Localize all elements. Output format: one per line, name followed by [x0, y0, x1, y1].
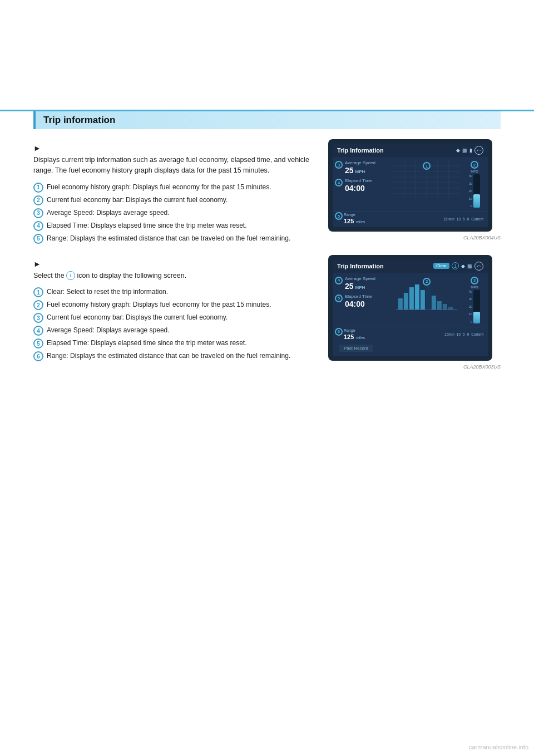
block2-item-2: 2 Fuel economy history graph: Displays f…: [33, 300, 317, 310]
screen2-mpg-area: 3 MPG 40 30 20 10 0: [466, 276, 483, 323]
screen2-range-label: Range: [344, 328, 365, 332]
screen1-topbar: Trip Information ◆ ▩ ▮ ⤺: [333, 144, 488, 157]
past-record-button[interactable]: Past Record: [339, 345, 373, 352]
screen1-range-value: 125: [344, 218, 354, 224]
svg-rect-17: [426, 282, 431, 310]
block1-intro: Displays current trip information such a…: [33, 155, 317, 176]
svg-rect-19: [437, 301, 442, 310]
screen2-avgspeed-value: 25 MPH: [345, 282, 388, 291]
block2-item6-text: Range: Displays the estimated distance t…: [47, 351, 290, 361]
screen2-badge6: 6: [335, 328, 343, 336]
screen1-bottom: 5 Range 125 miles 15 min 10 5 0: [333, 211, 488, 227]
screen2-range-area: 6 Range 125 miles: [337, 328, 365, 341]
s2-time-0: 0: [467, 332, 469, 336]
screen2-mpg-10: 10: [469, 312, 473, 316]
screen1-mpg-bar-fill: [473, 194, 480, 208]
block1-item-4: 4 Elapsed Time: Displays elapsed time si…: [33, 220, 317, 231]
screen1-badge4: 4: [335, 179, 343, 186]
block1-item4-text: Elapsed Time: Displays elapsed time sinc…: [47, 220, 246, 230]
screen2-range-unit: miles: [356, 336, 365, 340]
block1-item2-text: Current fuel economy bar: Displays the c…: [47, 195, 228, 205]
block2-item1-text: Clear: Select to reset the trip informat…: [47, 287, 168, 297]
back-button[interactable]: ⤺: [474, 146, 483, 155]
screen2-chart-container: 2: [391, 276, 462, 323]
screen2-bottom: 6 Range 125 miles 15min 10 5: [333, 327, 488, 343]
back-button-2[interactable]: ⤺: [474, 262, 483, 271]
screen2-topbar-right: Clear 1 ◆ ▩ ⤺: [433, 262, 483, 271]
screen1-avgspeed-label: Average Speed: [345, 160, 388, 165]
screen1-inner: Trip Information ◆ ▩ ▮ ⤺ 3: [333, 144, 488, 227]
screen2-mpg-40: 40: [469, 290, 473, 293]
svg-rect-15: [415, 284, 419, 310]
screen2-body: 4 Average Speed 25 MPH: [333, 273, 488, 327]
clear-button[interactable]: Clear: [433, 263, 449, 269]
screen1-mpg-tick-30: 30: [469, 182, 473, 185]
screen2-badge3: 3: [471, 277, 478, 284]
main-content: ► Displays current trip information such…: [0, 129, 534, 370]
screen1-body: 3 Average Speed 25 MPH: [333, 157, 488, 211]
block1-item-1: 1 Fuel economy history graph: Displays f…: [33, 182, 317, 193]
screen2-elapsed-label: Elapsed Time: [345, 294, 388, 299]
screen1-elapsed-value: 04:00: [345, 184, 388, 193]
time-0: 0: [467, 217, 469, 221]
block1-circle-4: 4: [33, 221, 43, 231]
time-5: 5: [463, 217, 465, 221]
block2-item4-text: Average Speed: Displays average speed.: [47, 325, 170, 335]
block2-left: ► Select the i icon to display the follo…: [33, 255, 317, 370]
screen2-title: Trip Information: [337, 263, 384, 269]
screen2-mpg-label: MPG: [471, 286, 478, 289]
block2-circle-2: 2: [33, 300, 43, 310]
block2-circle-6: 6: [33, 351, 43, 361]
screen1-badge5: 5: [335, 212, 343, 220]
s2-time-10: 10: [457, 332, 461, 336]
time-current: Current: [471, 217, 483, 221]
block1-item5-text: Range: Displays the estimated distance t…: [47, 233, 290, 243]
bluetooth-icon: ◆: [456, 148, 460, 153]
footer-watermark: carmanualsonline.info: [469, 744, 528, 750]
screen2-inner: Trip Information Clear 1 ◆ ▩ ⤺: [333, 259, 488, 356]
screen2-topbar: Trip Information Clear 1 ◆ ▩ ⤺: [333, 259, 488, 273]
block2-item2-text: Fuel economy history graph: Displays fue…: [47, 300, 271, 310]
screen1-mpg-tick-40: 40: [469, 174, 473, 178]
screen1-elapsed-label: Elapsed Time: [345, 178, 388, 183]
screen1-badge2: 2: [471, 161, 478, 169]
screen2-mpg-bar-fill: [473, 312, 480, 323]
screen2-badge4: 4: [335, 277, 343, 284]
block2-item3-text: Current fuel economy bar: Displays the c…: [47, 312, 228, 322]
screen1-range-area: 5 Range 125 miles: [337, 213, 365, 225]
block2-intro: Select the i icon to display the followi…: [33, 271, 317, 281]
top-area: [0, 0, 534, 111]
block2-item-4: 4 Average Speed: Displays average speed.: [33, 325, 317, 336]
svg-rect-12: [398, 298, 403, 310]
screen1-range-unit: miles: [356, 220, 365, 224]
screen2-mpg-20: 20: [469, 305, 473, 308]
block2-item5-text: Elapsed Time: Displays elapsed time sinc…: [47, 338, 246, 348]
info-icon: i: [66, 271, 75, 280]
screen1-badge3: 3: [335, 161, 343, 169]
block1-circle-2: 2: [33, 195, 43, 205]
screen2-badge1: 1: [452, 262, 459, 269]
sig-icon2: ▩: [467, 263, 472, 269]
section-header: Trip information: [33, 111, 501, 129]
screen2-badge2: 2: [423, 278, 431, 286]
svg-rect-16: [421, 290, 425, 310]
block2-item-5: 5 Elapsed Time: Displays elapsed time si…: [33, 338, 317, 348]
screen1-mockup: Trip Information ◆ ▩ ▮ ⤺ 3: [328, 139, 492, 232]
time-15: 15 min: [443, 217, 454, 221]
screen1-filename: CLA20BX004US: [328, 235, 501, 240]
bt-icon2: ◆: [461, 263, 465, 269]
signal-icon: ▩: [462, 148, 467, 153]
screen2-range-value: 125: [344, 333, 354, 340]
screen1-chart-container: 1: [391, 160, 462, 208]
block1-item1-text: Fuel economy history graph: Displays fue…: [47, 182, 271, 192]
screen1-icons: ◆ ▩ ▮ ⤺: [456, 146, 483, 155]
screen1-mpg-tick-20: 20: [469, 189, 473, 193]
s2-time-5: 5: [463, 332, 465, 336]
block1-item-5: 5 Range: Displays the estimated distance…: [33, 233, 317, 244]
screen2-stats: 4 Average Speed 25 MPH: [337, 276, 388, 323]
block2: ► Select the i icon to display the follo…: [33, 255, 501, 370]
svg-rect-20: [443, 304, 447, 310]
block1-circle-5: 5: [33, 234, 43, 244]
block2-circle-5: 5: [33, 338, 43, 348]
screen1-avgspeed-value: 25 MPH: [345, 166, 388, 175]
